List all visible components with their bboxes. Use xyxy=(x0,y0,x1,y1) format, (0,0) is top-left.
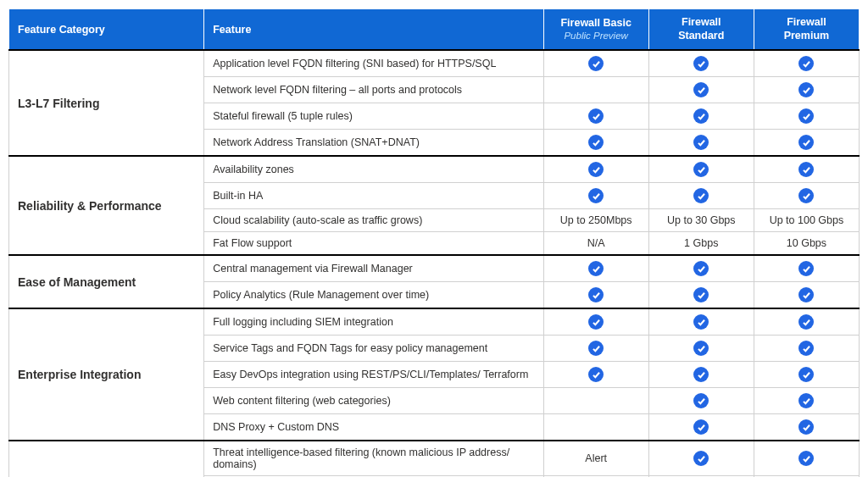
check-icon xyxy=(693,56,709,71)
check-icon xyxy=(798,393,814,408)
tier-cell xyxy=(543,255,648,282)
check-icon xyxy=(693,451,709,466)
tier-cell xyxy=(648,130,754,157)
tier-cell xyxy=(543,282,648,309)
check-icon xyxy=(798,314,814,330)
header-tier-premium: Firewall Premium xyxy=(754,9,859,51)
feature-cell: Network level FQDN filtering – all ports… xyxy=(204,77,543,103)
check-icon xyxy=(693,108,709,124)
table-header-row: Feature Category Feature Firewall Basic … xyxy=(9,9,860,51)
tier-cell xyxy=(754,362,859,388)
tier-cell: Up to 250Mbps xyxy=(543,209,648,232)
feature-comparison-table: Feature Category Feature Firewall Basic … xyxy=(8,8,860,477)
check-icon xyxy=(798,261,814,276)
category-cell: Enterprise Integration xyxy=(9,308,204,441)
check-icon xyxy=(798,56,814,71)
check-icon xyxy=(588,135,604,150)
tier-cell xyxy=(543,50,648,77)
check-icon xyxy=(798,162,814,177)
tier-cell xyxy=(754,336,859,362)
header-tier-basic: Firewall Basic Public Preview xyxy=(543,9,648,51)
tier-cell xyxy=(648,308,754,336)
tier-cell: N/A xyxy=(543,232,648,256)
tier-name: Firewall Premium xyxy=(784,16,830,42)
check-icon xyxy=(588,188,604,203)
tier-cell xyxy=(754,103,859,130)
feature-cell: Web content filtering (web categories) xyxy=(204,388,543,414)
check-icon xyxy=(588,314,604,330)
check-icon xyxy=(798,419,814,435)
tier-cell xyxy=(648,156,754,183)
tier-cell xyxy=(648,441,754,476)
feature-cell: Stateful firewall (5 tuple rules) xyxy=(204,103,543,130)
tier-cell: Up to 30 Gbps xyxy=(648,209,754,232)
check-icon xyxy=(798,135,814,150)
tier-name: Firewall Standard xyxy=(678,16,724,42)
feature-cell: Network Address Translation (SNAT+DNAT) xyxy=(204,130,543,157)
tier-cell xyxy=(543,362,648,388)
feature-cell: Cloud scalability (auto-scale as traffic… xyxy=(204,209,543,232)
check-icon xyxy=(693,135,709,150)
tier-cell xyxy=(648,183,754,209)
check-icon xyxy=(693,341,709,356)
tier-cell: 1 Gbps xyxy=(648,232,754,256)
check-icon xyxy=(588,56,604,71)
tier-cell xyxy=(754,77,859,103)
check-icon xyxy=(693,367,709,382)
header-category: Feature Category xyxy=(9,9,204,51)
check-icon xyxy=(693,419,709,435)
category-cell: Ease of Management xyxy=(9,255,204,308)
tier-cell xyxy=(754,308,859,336)
tier-cell xyxy=(543,130,648,157)
feature-cell: Central management via Firewall Manager xyxy=(204,255,543,282)
tier-name: Firewall Basic xyxy=(560,17,631,29)
tier-cell xyxy=(754,130,859,157)
check-icon xyxy=(588,341,604,356)
tier-cell xyxy=(754,255,859,282)
tier-cell xyxy=(754,441,859,476)
tier-cell: Up to 100 Gbps xyxy=(754,209,859,232)
check-icon xyxy=(798,287,814,302)
tier-cell: Alert xyxy=(543,441,648,476)
table-row: Reliability & PerformanceAvailability zo… xyxy=(9,156,860,183)
tier-note: Public Preview xyxy=(553,30,640,42)
category-cell: Reliability & Performance xyxy=(9,156,204,255)
header-feature: Feature xyxy=(204,9,543,51)
check-icon xyxy=(693,314,709,330)
table-row: Enterprise IntegrationFull logging inclu… xyxy=(9,308,860,336)
tier-cell xyxy=(648,362,754,388)
tier-cell: 10 Gbps xyxy=(754,232,859,256)
check-icon xyxy=(588,108,604,124)
tier-cell xyxy=(543,156,648,183)
tier-cell xyxy=(648,50,754,77)
feature-cell: Service Tags and FQDN Tags for easy poli… xyxy=(204,336,543,362)
feature-cell: Built-in HA xyxy=(204,183,543,209)
tier-cell xyxy=(543,336,648,362)
tier-cell xyxy=(648,336,754,362)
tier-cell xyxy=(648,414,754,441)
tier-cell xyxy=(543,388,648,414)
check-icon xyxy=(588,162,604,177)
tier-cell xyxy=(754,388,859,414)
check-icon xyxy=(798,451,814,466)
tier-cell xyxy=(648,282,754,309)
tier-cell xyxy=(754,183,859,209)
tier-cell xyxy=(648,255,754,282)
check-icon xyxy=(798,108,814,124)
tier-cell xyxy=(648,388,754,414)
check-icon xyxy=(798,341,814,356)
tier-cell xyxy=(543,308,648,336)
check-icon xyxy=(693,82,709,97)
tier-cell xyxy=(754,50,859,77)
category-cell: L3-L7 Filtering xyxy=(9,50,204,156)
tier-cell xyxy=(543,77,648,103)
category-cell: Advanced Threat Protection xyxy=(9,441,204,477)
tier-cell xyxy=(543,414,648,441)
feature-cell: Easy DevOps integration using REST/PS/CL… xyxy=(204,362,543,388)
check-icon xyxy=(693,188,709,203)
check-icon xyxy=(693,393,709,408)
tier-cell xyxy=(754,156,859,183)
tier-cell xyxy=(648,77,754,103)
tier-cell xyxy=(543,103,648,130)
feature-cell: Policy Analytics (Rule Management over t… xyxy=(204,282,543,309)
